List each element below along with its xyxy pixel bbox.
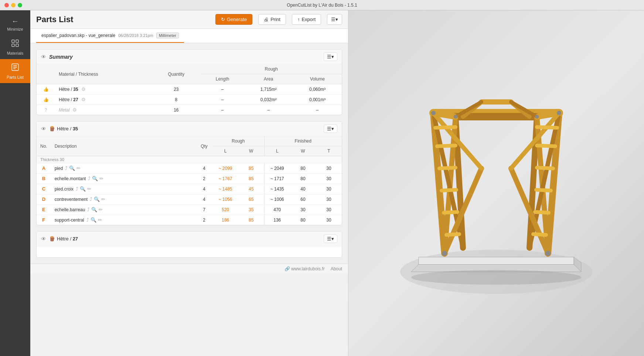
edit-icon-d[interactable]: ✏	[101, 196, 105, 202]
table-row: 👍 Hêtre / 35 ⚙ 23 – 1,	[37, 84, 342, 95]
length-3: –	[201, 105, 244, 115]
parts-menu-button-2[interactable]: ☰▾	[324, 235, 337, 243]
settings-icon-2[interactable]: ⚙	[81, 97, 86, 102]
svg-rect-1	[16, 40, 18, 42]
close-button[interactable]	[4, 3, 9, 7]
file-tab-bar: espalier_padovan.skp - vue_generale 06/2…	[30, 29, 348, 43]
search-icon-f[interactable]: 🔍	[91, 217, 96, 223]
search-icon-b[interactable]: 🔍	[92, 176, 98, 181]
group-icon-e[interactable]: ⤴	[87, 207, 90, 212]
col-rough-w: W	[238, 146, 264, 156]
section-2-spacer	[37, 246, 342, 257]
more-options-button[interactable]: ☰▾	[327, 14, 342, 25]
summary-section: 👁 Summary ☰▾ Material / Thickness	[36, 49, 342, 115]
col-fin-w: W	[290, 146, 316, 156]
settings-icon-3[interactable]: ⚙	[72, 107, 77, 113]
part-name-f: support-central	[55, 218, 84, 223]
area-1: 1,715m²	[244, 84, 293, 95]
window-controls	[4, 3, 22, 7]
sidebar-item-materials[interactable]: Materials	[0, 35, 30, 59]
search-icon-e[interactable]: 🔍	[91, 207, 97, 212]
3d-view-inner	[348, 10, 644, 356]
svg-point-45	[431, 111, 436, 115]
parts-row-e: E echelle.barreau ⤴ 🔍 ✏	[37, 205, 342, 215]
sidebar-item-parts-list[interactable]: Parts List	[0, 59, 30, 83]
export-icon: ↑	[297, 17, 300, 22]
fin-w-a: 80	[290, 163, 316, 174]
rough-w-c: 45	[238, 184, 264, 194]
summary-menu-icon: ☰▾	[327, 54, 334, 59]
group-icon-c[interactable]: ⤴	[76, 186, 78, 192]
material-label-2: Hêtre / 27	[57, 236, 78, 242]
svg-line-26	[446, 234, 459, 235]
svg-point-50	[545, 251, 551, 256]
svg-line-29	[439, 168, 456, 168]
parts-header-left-1: 👁 🪵 Hêtre / 35	[41, 126, 78, 132]
group-icon-f[interactable]: ⤴	[86, 217, 89, 223]
eye-icon-parts-2[interactable]: 👁	[41, 236, 46, 242]
summary-header: 👁 Summary ☰▾	[37, 49, 342, 64]
edit-icon-b[interactable]: ✏	[99, 176, 103, 181]
wood-icon-2: 🪵	[49, 236, 55, 242]
refresh-icon: ↻	[221, 17, 225, 22]
qty-2: 8	[151, 95, 201, 105]
search-icon-d[interactable]: 🔍	[94, 196, 100, 202]
rough-l-d: ~ 1056	[212, 194, 238, 205]
svg-line-31	[435, 127, 456, 128]
group-icon-d[interactable]: ⤴	[90, 196, 92, 202]
thickness-row: Thickness 30	[37, 156, 342, 163]
website-link[interactable]: 🔗 www.lairdubois.fr	[284, 266, 325, 271]
fin-l-e: 470	[264, 205, 290, 215]
edit-icon-f[interactable]: ✏	[98, 217, 102, 223]
row-label-b: B	[37, 174, 51, 184]
summary-menu-button[interactable]: ☰▾	[324, 52, 337, 61]
fin-w-d: 60	[290, 194, 316, 205]
parts-section-2-header: 👁 🪵 Hêtre / 27 ☰▾	[37, 232, 342, 246]
eye-icon-parts-1[interactable]: 👁	[41, 126, 46, 132]
fin-t-b: 30	[316, 174, 342, 184]
volume-3: –	[293, 105, 342, 115]
settings-icon-1[interactable]: ⚙	[81, 86, 86, 92]
qty-1: 23	[151, 84, 201, 95]
svg-line-33	[535, 212, 549, 213]
thumb-icon: 👍	[43, 87, 49, 92]
fin-l-c: ~ 1435	[264, 184, 290, 194]
maximize-button[interactable]	[18, 3, 22, 7]
svg-line-34	[536, 190, 551, 191]
parts-menu-button-1[interactable]: ☰▾	[324, 124, 337, 133]
file-tab[interactable]: espalier_padovan.skp - vue_generale 06/2…	[36, 29, 184, 43]
sidebar: ← Minimize Materials	[0, 10, 30, 356]
parts-menu-icon-2: ☰▾	[327, 236, 334, 242]
svg-line-35	[537, 168, 553, 168]
svg-point-47	[454, 115, 457, 119]
rough-w-b: 85	[238, 174, 264, 184]
minimize-button[interactable]	[11, 3, 16, 7]
rough-l-c: ~ 1485	[212, 184, 238, 194]
edit-icon-a[interactable]: ✏	[76, 165, 81, 171]
svg-rect-0	[12, 40, 14, 42]
edit-icon-c[interactable]: ✏	[87, 186, 91, 192]
print-button[interactable]: 🖨 Print	[258, 14, 286, 25]
thickness-label: Thickness 30	[37, 156, 342, 163]
material-badge-2: 🪵 Hêtre / 27	[49, 236, 78, 242]
fin-l-b: ~ 1717	[264, 174, 290, 184]
summary-title: Summary	[49, 54, 73, 60]
col-quantity-header: Quantity	[151, 64, 201, 84]
rough-w-d: 65	[238, 194, 264, 205]
sidebar-item-minimize[interactable]: ← Minimize	[0, 13, 30, 35]
group-icon-a[interactable]: ⤴	[65, 165, 68, 171]
eye-icon[interactable]: 👁	[41, 54, 46, 60]
search-icon-c[interactable]: 🔍	[80, 186, 86, 192]
export-button[interactable]: ↑ Export	[292, 14, 321, 25]
search-icon-a[interactable]: 🔍	[69, 165, 75, 171]
parts-list-icon	[11, 63, 20, 73]
qty-3: 16	[151, 105, 201, 115]
generate-button[interactable]: ↻ Generate	[215, 14, 252, 25]
col-type-header	[37, 64, 55, 84]
col-material-header: Material / Thickness	[55, 64, 151, 84]
length-1: –	[201, 84, 244, 95]
col-rough-group: Rough	[212, 136, 264, 146]
about-link[interactable]: About	[331, 266, 342, 271]
group-icon-b[interactable]: ⤴	[88, 176, 91, 181]
edit-icon-e[interactable]: ✏	[99, 207, 103, 212]
